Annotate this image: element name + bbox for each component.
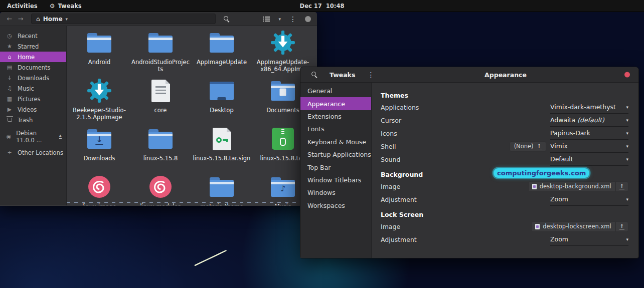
clock[interactable]: Dec 17 10:48 bbox=[300, 3, 345, 10]
tab-windows[interactable]: Windows bbox=[300, 186, 371, 199]
plus-icon: + bbox=[6, 150, 13, 155]
downloads-icon: ↓ bbox=[6, 75, 13, 81]
close-button[interactable] bbox=[624, 72, 630, 78]
search-icon[interactable] bbox=[224, 16, 230, 22]
file-item-androidstudioprojects[interactable]: AndroidStudioProjects bbox=[130, 28, 191, 76]
lockscreen-image-chooser[interactable]: desktop-lockscreen.xml ↑ bbox=[531, 221, 628, 232]
tab-startup-applications[interactable]: Startup Applications bbox=[300, 148, 371, 161]
app-indicator-label: Tweaks bbox=[58, 3, 81, 10]
app-indicator[interactable]: ⚙ Tweaks bbox=[45, 0, 87, 12]
row-label: Image bbox=[381, 183, 400, 190]
menu-kebab-icon[interactable]: ⋮ bbox=[289, 16, 296, 23]
archive-icon bbox=[272, 128, 294, 150]
lockscreen-adjustment-dropdown[interactable]: Zoom ▾ bbox=[550, 233, 628, 246]
file-item-materia-theme[interactable]: materia-theme bbox=[191, 172, 252, 205]
list-view-icon[interactable] bbox=[263, 16, 270, 22]
cursor-theme-dropdown[interactable]: Adwaita (default) ▾ bbox=[550, 114, 628, 127]
search-icon[interactable] bbox=[311, 72, 317, 78]
tab-workspaces[interactable]: Workspaces bbox=[300, 199, 371, 212]
tab-top-bar[interactable]: Top Bar bbox=[300, 161, 371, 173]
sidebar-item-other-locations[interactable]: + Other Locations bbox=[0, 147, 66, 158]
file-item-desktop[interactable]: Desktop bbox=[191, 76, 252, 124]
path-bar[interactable]: ⌂ Home ▾ bbox=[31, 14, 216, 24]
music-icon: ♫ bbox=[6, 86, 13, 91]
star-icon: ★ bbox=[6, 44, 13, 49]
background-image-chooser[interactable]: desktop-background.xml ↑ bbox=[528, 181, 628, 192]
dropdown-value: Adwaita (default) bbox=[550, 116, 626, 124]
sound-theme-dropdown[interactable]: Default ▾ bbox=[550, 153, 628, 166]
chevron-down-icon: ▾ bbox=[626, 157, 628, 162]
window-close-button[interactable] bbox=[305, 16, 311, 22]
file-item-linux-image[interactable]: linux-image bbox=[69, 172, 130, 205]
background-adjustment-dropdown[interactable]: Zoom ▾ bbox=[550, 193, 628, 206]
cursor-theme-row: Cursor Adwaita (default) ▾ bbox=[381, 114, 628, 127]
lockscreen-image-row: Image desktop-lockscreen.xml ↑ bbox=[381, 220, 628, 233]
lock-screen-heading: Lock Screen bbox=[381, 209, 628, 220]
file-label: AppImageUpdate bbox=[192, 59, 252, 66]
chevron-down-icon: ▾ bbox=[626, 197, 628, 202]
sidebar-item-recent[interactable]: ◷ Recent bbox=[0, 31, 66, 41]
sidebar-item-starred[interactable]: ★ Starred bbox=[0, 41, 66, 52]
sidebar-label: Music bbox=[18, 85, 34, 92]
tab-window-titlebars[interactable]: Window Titlebars bbox=[300, 174, 371, 186]
file-item-tar-sign[interactable]: linux-5.15.8.tar.sign bbox=[191, 124, 252, 172]
tab-extensions[interactable]: Extensions bbox=[300, 110, 371, 123]
tab-appearance[interactable]: Appearance bbox=[300, 97, 371, 110]
sidebar-item-trash[interactable]: Trash bbox=[0, 115, 66, 125]
file-label: AndroidStudioProjects bbox=[130, 59, 191, 73]
tab-fonts[interactable]: Fonts bbox=[300, 123, 371, 135]
file-label: Desktop bbox=[192, 107, 252, 114]
none-label: (None) bbox=[514, 143, 534, 150]
menu-kebab-icon[interactable]: ⋮ bbox=[367, 71, 374, 78]
applications-theme-row: Applications Vimix-dark-amethyst ▾ bbox=[381, 101, 628, 114]
shell-theme-row: Shell (None) ↑ Vimix ▾ bbox=[381, 140, 628, 153]
file-item-beekeeper[interactable]: Beekeeper-Studio-2.1.5.AppImage bbox=[69, 76, 130, 124]
file-icon bbox=[532, 184, 537, 189]
tweaks-header: Tweaks ⋮ Appearance bbox=[300, 67, 638, 83]
chevron-down-icon: ▾ bbox=[626, 237, 628, 242]
row-label: Sound bbox=[381, 156, 400, 163]
dropdown-value: Zoom bbox=[550, 235, 626, 243]
file-item-android[interactable]: Android bbox=[69, 28, 130, 76]
file-label: linux-5.15.8 bbox=[130, 155, 191, 162]
activities-button[interactable]: Activities bbox=[0, 0, 45, 12]
view-options-caret-icon[interactable]: ▾ bbox=[278, 17, 281, 22]
tab-general[interactable]: General bbox=[300, 85, 371, 97]
row-label: Applications bbox=[381, 104, 419, 111]
row-label: Image bbox=[381, 223, 400, 230]
sidebar-item-debian-volume[interactable]: ◉ Debian 11.0.0 ... ▲ bbox=[0, 131, 66, 142]
sidebar-item-pictures[interactable]: ▦ Pictures bbox=[0, 94, 66, 104]
sidebar-label: Other Locations bbox=[18, 149, 63, 156]
documents-folder-icon bbox=[271, 81, 295, 101]
tab-keyboard-mouse[interactable]: Keyboard & Mouse bbox=[300, 136, 371, 148]
back-button[interactable]: ← bbox=[4, 15, 15, 23]
file-item-appimageupdate[interactable]: AppImageUpdate bbox=[191, 28, 252, 76]
dropdown-value: Vimix bbox=[550, 142, 626, 150]
downloads-folder-icon: ↓ bbox=[87, 129, 111, 149]
file-item-downloads[interactable]: ↓ Downloads bbox=[69, 124, 130, 172]
forward-button[interactable]: → bbox=[15, 15, 26, 23]
shell-theme-dropdown[interactable]: Vimix ▾ bbox=[550, 140, 628, 153]
page-title: Appearance bbox=[485, 71, 527, 79]
themes-heading: Themes bbox=[381, 90, 628, 101]
eject-icon[interactable]: ▲ bbox=[59, 134, 62, 139]
tweaks-window: Tweaks ⋮ Appearance General Appearance E… bbox=[300, 67, 639, 258]
file-item-core[interactable]: core bbox=[130, 76, 191, 124]
sidebar-item-documents[interactable]: ▤ Documents bbox=[0, 62, 66, 73]
sidebar-item-downloads[interactable]: ↓ Downloads bbox=[0, 73, 66, 83]
tweaks-app-icon: ⚙ bbox=[50, 3, 55, 10]
folder-icon bbox=[87, 33, 111, 53]
upload-icon: ↑ bbox=[619, 224, 624, 229]
sidebar-item-videos[interactable]: ▶ Videos bbox=[0, 104, 66, 115]
shell-theme-install-button[interactable]: (None) ↑ bbox=[510, 141, 546, 152]
file-label: materia-theme bbox=[192, 203, 252, 205]
sidebar-item-home[interactable]: ⌂ Home bbox=[0, 52, 66, 62]
signature-document-icon bbox=[213, 128, 231, 150]
dropdown-value: Papirus-Dark bbox=[550, 129, 626, 137]
icons-theme-dropdown[interactable]: Papirus-Dark ▾ bbox=[550, 127, 628, 140]
file-item-linux-modules[interactable]: linux-modules bbox=[130, 172, 191, 205]
sidebar-item-music[interactable]: ♫ Music bbox=[0, 83, 66, 94]
applications-theme-dropdown[interactable]: Vimix-dark-amethyst ▾ bbox=[550, 101, 628, 114]
file-item-linux-folder[interactable]: linux-5.15.8 bbox=[130, 124, 191, 172]
dropdown-value: Zoom bbox=[550, 195, 626, 203]
